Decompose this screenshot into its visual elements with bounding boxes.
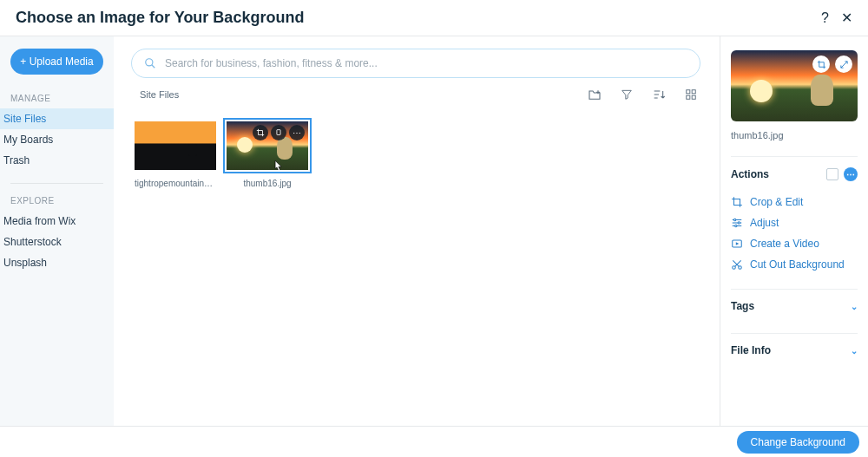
- tags-label: Tags: [731, 300, 754, 312]
- gallery-item[interactable]: ⋯ thumb16.jpg: [227, 121, 308, 188]
- add-folder-icon[interactable]: [588, 88, 602, 101]
- svg-line-1: [152, 65, 155, 69]
- gallery-item[interactable]: tightropemountains.jpg: [135, 121, 216, 188]
- sidebar-item-site-files[interactable]: Site Files: [0, 108, 114, 129]
- copy-icon[interactable]: [826, 168, 838, 180]
- sidebar-section-explore: EXPLORE: [10, 196, 114, 206]
- breadcrumb-row: Site Files: [131, 88, 700, 101]
- help-icon[interactable]: ?: [821, 10, 829, 26]
- actions-list: Crop & Edit Adjust Create a Video Cut Ou…: [731, 192, 858, 275]
- dialog-header: Choose an Image for Your Background ? ✕: [0, 0, 868, 36]
- filter-icon[interactable]: [621, 88, 633, 101]
- fileinfo-label: File Info: [731, 344, 771, 356]
- dialog-title: Choose an Image for Your Background: [16, 9, 304, 27]
- crop-icon[interactable]: [253, 125, 268, 140]
- sidebar-item-my-boards[interactable]: My Boards: [0, 129, 114, 150]
- cursor-icon: [270, 160, 284, 170]
- header-actions: ? ✕: [821, 10, 852, 26]
- sidebar-divider: [10, 183, 103, 184]
- details-panel: thumb16.jpg Actions ⋯ Crop & Edit Adjust…: [720, 36, 868, 428]
- sidebar-item-trash[interactable]: Trash: [0, 150, 114, 171]
- thumbnail-image[interactable]: ⋯: [227, 121, 308, 170]
- svg-rect-6: [687, 95, 690, 99]
- thumbnail-hover-actions: ⋯: [253, 125, 305, 140]
- chevron-down-icon: ⌄: [851, 346, 858, 356]
- thumbnail-image[interactable]: [135, 121, 216, 170]
- action-adjust[interactable]: Adjust: [731, 212, 858, 233]
- thumbnail-caption: thumb16.jpg: [243, 179, 291, 188]
- sidebar-item-media-from-wix[interactable]: Media from Wix: [0, 211, 114, 232]
- svg-point-13: [738, 222, 740, 224]
- svg-rect-7: [692, 95, 695, 99]
- gallery: tightropemountains.jpg ⋯ t: [135, 121, 700, 188]
- more-actions-icon[interactable]: ⋯: [844, 167, 858, 181]
- svg-rect-4: [687, 90, 690, 94]
- grid-view-icon[interactable]: [685, 88, 697, 101]
- action-create-video[interactable]: Create a Video: [731, 233, 858, 254]
- sidebar-item-shutterstock[interactable]: Shutterstock: [0, 232, 114, 252]
- search-bar[interactable]: [131, 49, 700, 78]
- preview-image: [731, 50, 858, 121]
- action-crop-edit[interactable]: Crop & Edit: [731, 192, 858, 212]
- actions-label: Actions: [731, 168, 769, 180]
- sort-icon[interactable]: [652, 88, 666, 101]
- preview-actions: [812, 55, 852, 73]
- upload-media-button[interactable]: + Upload Media: [10, 49, 103, 75]
- tag-icon[interactable]: [271, 125, 286, 140]
- thumbnail-caption: tightropemountains.jpg: [135, 179, 216, 188]
- preview-crop-icon[interactable]: [812, 55, 830, 73]
- change-background-button[interactable]: Change Background: [737, 431, 859, 454]
- search-icon: [144, 57, 156, 69]
- svg-point-12: [734, 219, 736, 220]
- svg-rect-8: [277, 130, 280, 135]
- fileinfo-section-header[interactable]: File Info ⌄: [731, 333, 858, 365]
- media-dialog: Choose an Image for Your Background ? ✕ …: [0, 0, 868, 457]
- tags-section-header[interactable]: Tags ⌄: [731, 289, 858, 321]
- search-input[interactable]: [163, 56, 687, 70]
- actions-section-header: Actions ⋯: [731, 156, 858, 190]
- chevron-down-icon: ⌄: [851, 302, 858, 311]
- dialog-body: + Upload Media MANAGE Site Files My Boar…: [0, 36, 868, 428]
- more-icon[interactable]: ⋯: [289, 125, 305, 140]
- svg-rect-5: [692, 90, 695, 94]
- breadcrumb: Site Files: [140, 89, 179, 100]
- sidebar-item-unsplash[interactable]: Unsplash: [0, 252, 114, 273]
- close-icon[interactable]: ✕: [841, 10, 852, 26]
- svg-point-0: [146, 59, 153, 66]
- preview-filename: thumb16.jpg: [731, 130, 858, 140]
- toolbar: [588, 88, 697, 101]
- dialog-footer: Change Background: [0, 426, 868, 457]
- sidebar-section-manage: MANAGE: [10, 94, 114, 103]
- action-cut-out-bg[interactable]: Cut Out Background: [731, 254, 858, 275]
- main-panel: Site Files tightropemountains.jpg: [114, 36, 720, 428]
- preview-expand-icon[interactable]: [835, 55, 852, 73]
- sidebar: + Upload Media MANAGE Site Files My Boar…: [0, 36, 114, 428]
- svg-point-14: [735, 225, 737, 226]
